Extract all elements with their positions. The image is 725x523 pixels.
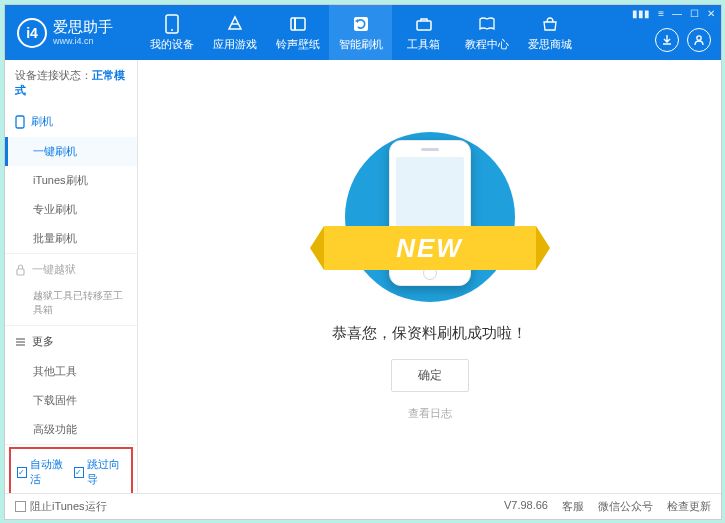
connection-status: 设备连接状态：正常模式: [5, 60, 137, 106]
section-flash-header[interactable]: 刷机: [5, 106, 137, 137]
sidebar-item-pro-flash[interactable]: 专业刷机: [5, 195, 137, 224]
list-icon[interactable]: ≡: [658, 8, 664, 19]
section-more-header[interactable]: 更多: [5, 326, 137, 357]
svg-rect-5: [417, 21, 431, 30]
svg-rect-8: [17, 269, 24, 275]
view-log-link[interactable]: 查看日志: [408, 406, 452, 421]
tab-smart-flash[interactable]: 智能刷机: [329, 5, 392, 60]
media-icon: [288, 14, 308, 34]
lock-icon: [15, 264, 26, 276]
section-more: 更多 其他工具 下载固件 高级功能: [5, 326, 137, 445]
toolbox-icon: [414, 14, 434, 34]
menu-icon[interactable]: ▮▮▮: [632, 8, 650, 19]
sidebar-item-batch-flash[interactable]: 批量刷机: [5, 224, 137, 253]
tab-tutorials[interactable]: 教程中心: [455, 5, 518, 60]
check-icon: ✓: [17, 467, 27, 478]
svg-point-6: [697, 36, 701, 40]
svg-rect-4: [354, 17, 368, 31]
sidebar: 设备连接状态：正常模式 刷机 一键刷机 iTunes刷机 专业刷机 批量刷机 一…: [5, 60, 138, 493]
logo-area: i4 爱思助手 www.i4.cn: [5, 18, 140, 48]
checkbox-skip-guide[interactable]: ✓ 跳过向导: [74, 457, 125, 487]
section-jailbreak-header[interactable]: 一键越狱: [5, 254, 137, 285]
svg-rect-2: [291, 18, 305, 30]
sidebar-item-onekey-flash[interactable]: 一键刷机: [5, 137, 137, 166]
block-itunes-label: 阻止iTunes运行: [30, 499, 107, 514]
logo-icon: i4: [17, 18, 47, 48]
tab-my-device[interactable]: 我的设备: [140, 5, 203, 60]
section-jailbreak: 一键越狱 越狱工具已转移至工具箱: [5, 254, 137, 326]
svg-rect-7: [16, 116, 24, 128]
app-name: 爱思助手: [53, 19, 113, 36]
success-text: 恭喜您，保资料刷机成功啦！: [332, 324, 527, 343]
tab-toolbox[interactable]: 工具箱: [392, 5, 455, 60]
svg-point-1: [171, 29, 173, 31]
maximize-icon[interactable]: ☐: [690, 8, 699, 19]
apps-icon: [225, 14, 245, 34]
tab-apps-games[interactable]: 应用游戏: [203, 5, 266, 60]
titlebar-actions: [655, 28, 711, 52]
minimize-icon[interactable]: —: [672, 8, 682, 19]
confirm-button[interactable]: 确定: [391, 359, 469, 392]
sidebar-item-advanced[interactable]: 高级功能: [5, 415, 137, 444]
tab-ringtones[interactable]: 铃声壁纸: [266, 5, 329, 60]
checkbox-auto-activate[interactable]: ✓ 自动激活: [17, 457, 68, 487]
phone-icon: [162, 14, 182, 34]
flash-icon: [351, 14, 371, 34]
body-area: 设备连接状态：正常模式 刷机 一键刷机 iTunes刷机 专业刷机 批量刷机 一…: [5, 60, 721, 493]
download-icon[interactable]: [655, 28, 679, 52]
phone-small-icon: [15, 115, 25, 129]
window-controls: ▮▮▮ ≡ — ☐ ✕: [632, 8, 715, 19]
menu-lines-icon: [15, 337, 26, 347]
tab-store[interactable]: 爱思商城: [518, 5, 581, 60]
wechat-link[interactable]: 微信公众号: [598, 499, 653, 514]
svg-rect-3: [294, 18, 296, 30]
sidebar-item-itunes-flash[interactable]: iTunes刷机: [5, 166, 137, 195]
jailbreak-note: 越狱工具已转移至工具箱: [5, 285, 137, 325]
titlebar: i4 爱思助手 www.i4.cn 我的设备 应用游戏 铃声壁纸 智能刷机: [5, 5, 721, 60]
section-flash: 刷机 一键刷机 iTunes刷机 专业刷机 批量刷机: [5, 106, 137, 254]
checkbox-row: ✓ 自动激活 ✓ 跳过向导: [9, 447, 133, 493]
sidebar-item-other-tools[interactable]: 其他工具: [5, 357, 137, 386]
support-link[interactable]: 客服: [562, 499, 584, 514]
main-content: NEW 恭喜您，保资料刷机成功啦！ 确定 查看日志: [138, 60, 721, 493]
success-illustration: NEW: [330, 132, 530, 302]
statusbar: 阻止iTunes运行 V7.98.66 客服 微信公众号 检查更新: [5, 493, 721, 519]
new-ribbon: NEW: [324, 226, 536, 270]
close-icon[interactable]: ✕: [707, 8, 715, 19]
check-update-link[interactable]: 检查更新: [667, 499, 711, 514]
store-icon: [540, 14, 560, 34]
check-icon: ✓: [74, 467, 84, 478]
version-label: V7.98.66: [504, 499, 548, 514]
checkbox-block-itunes[interactable]: [15, 501, 26, 512]
app-window: i4 爱思助手 www.i4.cn 我的设备 应用游戏 铃声壁纸 智能刷机: [4, 4, 722, 520]
book-icon: [477, 14, 497, 34]
user-icon[interactable]: [687, 28, 711, 52]
sidebar-item-download-firmware[interactable]: 下载固件: [5, 386, 137, 415]
app-url: www.i4.cn: [53, 36, 113, 46]
